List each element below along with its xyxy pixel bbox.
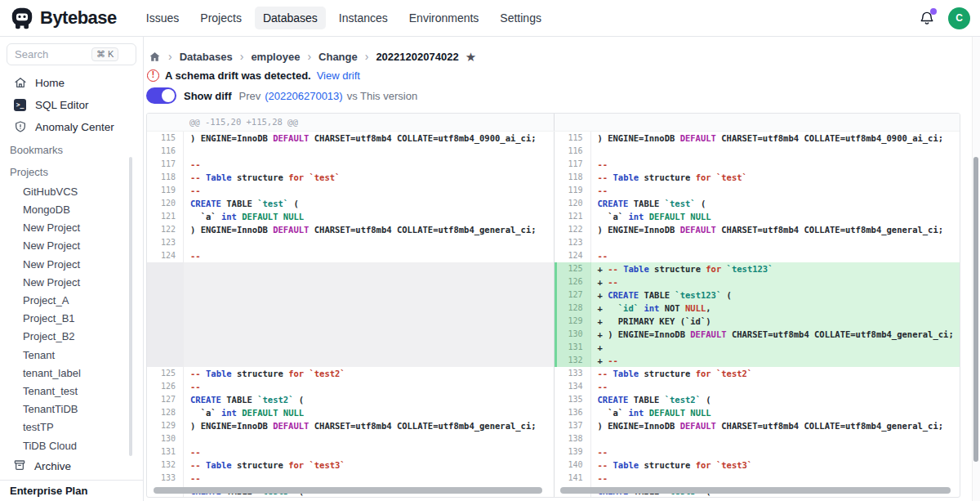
sidebar-item-label: Anomaly Center — [35, 121, 114, 133]
project-item[interactable]: Tenant — [0, 346, 143, 364]
diff-line: 128 `a` int DEFAULT NULL — [147, 406, 554, 419]
left-pane-horizontal-scrollbar[interactable] — [154, 487, 542, 494]
project-item[interactable]: testTP — [0, 418, 143, 436]
line-number: 134 — [555, 380, 590, 393]
diff-line: 125+ -- Table structure for `test123` — [555, 262, 960, 275]
breadcrumb-separator: › — [365, 50, 369, 63]
line-number: 117 — [555, 158, 590, 171]
code-line: + -- — [590, 354, 960, 367]
code-line: `a` int DEFAULT NULL — [183, 210, 554, 223]
project-item[interactable]: New Project — [0, 236, 143, 254]
line-number: 137 — [555, 419, 590, 432]
line-number: 115 — [147, 132, 183, 145]
code-line: ) ENGINE=InnoDB DEFAULT CHARSET=utf8mb4 … — [183, 132, 554, 145]
line-number: 128 — [147, 406, 183, 419]
show-diff-toggle[interactable] — [146, 87, 176, 104]
project-item[interactable]: tenant_label — [0, 364, 143, 382]
breadcrumb-item[interactable]: employee — [251, 51, 300, 63]
right-pane-horizontal-scrollbar[interactable] — [560, 487, 951, 494]
diff-line: 120CREATE TABLE `test` ( — [555, 197, 960, 210]
search-box[interactable]: ⌘ K — [7, 43, 136, 65]
line-number: 131 — [147, 445, 183, 459]
line-number — [147, 262, 183, 367]
line-number: 129 — [555, 315, 590, 328]
sidebar-item-anomaly-center[interactable]: Anomaly Center — [0, 116, 143, 138]
diff-pane-current: 115) ENGINE=InnoDB DEFAULT CHARSET=utf8m… — [554, 132, 960, 498]
project-item[interactable]: New Project — [0, 273, 143, 291]
line-number: 121 — [555, 210, 590, 223]
shield-icon — [13, 120, 27, 133]
project-item[interactable]: MongoDB — [0, 200, 143, 218]
code-line: -- Table structure for `test2` — [590, 367, 960, 380]
diff-line: 115) ENGINE=InnoDB DEFAULT CHARSET=utf8m… — [147, 132, 554, 145]
breadcrumb-home-icon[interactable] — [149, 51, 161, 63]
code-line: `a` int DEFAULT NULL — [183, 406, 554, 419]
section-label-projects: Projects — [0, 160, 143, 182]
hunk-header: @@ -115,20 +115,28 @@ — [147, 114, 554, 131]
diff-line: 118-- Table structure for `test` — [555, 171, 960, 184]
diff-line: 137) ENGINE=InnoDB DEFAULT CHARSET=utf8m… — [555, 419, 960, 432]
diff-toolbar: Show diff Prev (202206270013) vs This ve… — [146, 86, 980, 105]
project-item[interactable]: New Project — [0, 255, 143, 273]
diff-line: 130+ ) ENGINE=InnoDB DEFAULT CHARSET=utf… — [555, 328, 960, 341]
prev-version-link[interactable]: (202206270013) — [265, 90, 342, 102]
user-avatar[interactable]: C — [948, 7, 970, 29]
line-number: 130 — [147, 432, 183, 445]
project-item[interactable]: TiDB Cloud — [0, 436, 143, 454]
line-number: 115 — [555, 132, 590, 145]
page-scrollbar[interactable] — [973, 157, 978, 462]
archive-icon — [13, 459, 26, 474]
code-line: -- — [183, 249, 554, 262]
breadcrumb-item[interactable]: Databases — [180, 51, 233, 63]
code-line — [590, 432, 960, 445]
line-number: 133 — [555, 367, 590, 380]
line-number: 120 — [555, 197, 590, 210]
project-item[interactable]: New Project — [0, 218, 143, 236]
project-list: GitHubVCSMongoDBNew ProjectNew ProjectNe… — [0, 182, 143, 453]
nav-item-environments[interactable]: Environments — [401, 7, 488, 29]
show-diff-label: Show diff — [184, 90, 232, 102]
favorite-star-icon[interactable]: ★ — [466, 51, 476, 63]
diff-line: 130 — [147, 432, 554, 445]
project-item[interactable]: TenantTiDB — [0, 400, 143, 418]
nav-item-databases[interactable]: Databases — [255, 7, 326, 29]
breadcrumb-separator: › — [240, 50, 244, 63]
search-input[interactable] — [15, 48, 88, 60]
code-line — [183, 432, 554, 445]
nav-item-issues[interactable]: Issues — [138, 7, 187, 29]
sidebar-item-sql-editor[interactable]: >_ SQL Editor — [0, 94, 143, 116]
project-item[interactable]: Project_A — [0, 291, 143, 309]
schema-diff-viewer: @@ -115,20 +115,28 @@ 115) ENGINE=InnoDB… — [146, 113, 960, 498]
notifications-bell-icon[interactable] — [919, 10, 935, 26]
hunk-header-row: @@ -115,20 +115,28 @@ — [147, 114, 960, 132]
project-item[interactable]: Project_B1 — [0, 309, 143, 327]
code-line: CREATE TABLE `test2` ( — [183, 393, 554, 406]
nav-item-settings[interactable]: Settings — [492, 7, 550, 29]
search-shortcut-badge: ⌘ K — [91, 47, 118, 61]
nav-item-projects[interactable]: Projects — [192, 7, 250, 29]
diff-line: 115) ENGINE=InnoDB DEFAULT CHARSET=utf8m… — [555, 132, 960, 145]
code-line: -- — [183, 445, 554, 459]
nav-item-instances[interactable]: Instances — [331, 7, 396, 29]
line-number: 133 — [147, 472, 183, 485]
diff-line: 126+ -- — [555, 275, 960, 289]
project-item[interactable]: GitHubVCS — [0, 182, 143, 200]
project-item[interactable]: Tenant_test — [0, 382, 143, 400]
view-drift-link[interactable]: View drift — [317, 69, 360, 82]
sidebar-item-home[interactable]: Home — [0, 72, 143, 94]
breadcrumb-item[interactable]: Change — [318, 51, 358, 63]
bytebase-logo[interactable]: Bytebase — [10, 6, 117, 30]
main-content: ›Databases›employee›Change›2022120207402… — [145, 37, 980, 501]
breadcrumb-item[interactable]: 20221202074022 — [376, 51, 458, 63]
line-number: 129 — [147, 419, 183, 432]
project-item[interactable]: Project_B2 — [0, 327, 143, 345]
sidebar-scrollbar[interactable] — [129, 157, 132, 456]
hunk-header-right — [554, 114, 960, 131]
diff-line: 119-- — [555, 184, 960, 197]
sidebar-item-archive[interactable]: Archive — [0, 453, 143, 480]
diff-line: 131-- — [147, 445, 554, 459]
line-number: 119 — [147, 184, 183, 197]
diff-line: 133-- Table structure for `test2` — [555, 367, 960, 380]
schema-drift-alert: ! A schema drift was detected. View drif… — [146, 66, 980, 84]
sidebar-item-label: Archive — [34, 460, 71, 472]
